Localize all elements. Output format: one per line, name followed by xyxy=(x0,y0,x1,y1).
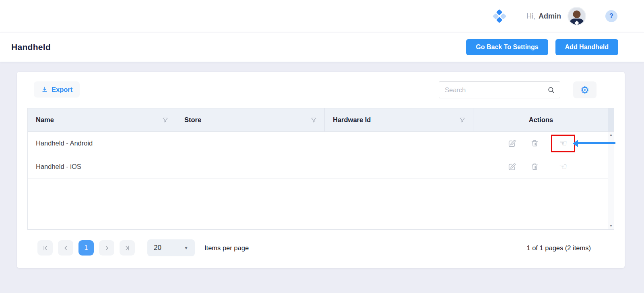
annotation-arrow xyxy=(578,142,615,144)
add-handheld-button[interactable]: Add Handheld xyxy=(555,39,618,55)
next-page-button[interactable] xyxy=(99,240,114,256)
topbar: Hi, Admin ? xyxy=(0,0,644,32)
table-toolbar: Export ⚙ xyxy=(17,72,625,108)
avatar[interactable] xyxy=(568,7,586,25)
column-label: Name xyxy=(36,116,54,124)
previous-page-button[interactable] xyxy=(58,240,73,256)
assign-hand-icon[interactable]: ☜ xyxy=(557,137,569,150)
column-label: Store xyxy=(184,116,201,124)
vertical-scrollbar[interactable]: ▲ ▼ xyxy=(608,132,614,229)
chevron-down-icon: ▼ xyxy=(184,245,188,250)
search-input[interactable] xyxy=(445,86,547,94)
delete-icon[interactable] xyxy=(528,137,541,150)
table-row: Handheld - Android xyxy=(28,132,608,155)
table-row: Handheld - iOS xyxy=(28,155,608,179)
filter-icon[interactable] xyxy=(310,116,317,123)
go-back-to-settings-button[interactable]: Go Back To Settings xyxy=(466,39,548,55)
apps-icon[interactable] xyxy=(493,10,506,22)
column-header-store: Store xyxy=(176,108,325,131)
content-card: Export ⚙ Name xyxy=(17,72,625,268)
download-icon xyxy=(41,86,48,93)
username: Admin xyxy=(539,12,561,20)
name-cell: Handheld - Android xyxy=(28,139,176,147)
page-title: Handheld xyxy=(11,42,51,52)
page-size-dropdown[interactable]: 20 ▼ xyxy=(147,239,195,256)
column-header-actions: Actions xyxy=(473,108,608,131)
search-box xyxy=(439,81,560,98)
column-header-hardware-id: Hardware Id xyxy=(325,108,473,131)
items-per-page-label: Items per page xyxy=(204,244,249,252)
first-page-button[interactable] xyxy=(37,240,53,256)
page-size-value: 20 xyxy=(154,244,161,252)
page-summary: 1 of 1 pages (2 items) xyxy=(526,244,591,252)
column-label: Actions xyxy=(529,116,553,124)
export-label: Export xyxy=(52,86,72,94)
column-label: Hardware Id xyxy=(333,116,371,124)
column-settings-button[interactable]: ⚙ xyxy=(573,81,597,98)
greeting-prefix: Hi, xyxy=(526,12,535,20)
filter-icon[interactable] xyxy=(162,116,169,123)
scroll-up-icon[interactable]: ▲ xyxy=(609,133,613,137)
edit-icon[interactable] xyxy=(506,137,518,150)
gear-icon: ⚙ xyxy=(580,85,589,95)
help-button[interactable]: ? xyxy=(605,10,617,22)
greeting: Hi, Admin xyxy=(526,12,561,21)
handheld-table: Name Store Hardware Id xyxy=(27,108,614,230)
last-page-button[interactable] xyxy=(120,240,135,256)
assign-hand-icon[interactable]: ☜ xyxy=(557,161,569,173)
column-header-name: Name xyxy=(28,108,176,131)
page-number-button[interactable]: 1 xyxy=(78,240,94,256)
export-button[interactable]: Export xyxy=(34,81,80,98)
search-icon xyxy=(547,86,555,94)
question-mark-icon: ? xyxy=(609,12,613,20)
scrollbar-header-corner xyxy=(608,108,614,131)
delete-icon[interactable] xyxy=(528,161,541,173)
edit-icon[interactable] xyxy=(506,161,518,173)
scroll-down-icon[interactable]: ▼ xyxy=(609,224,613,228)
page-header: Handheld Go Back To Settings Add Handhel… xyxy=(0,32,644,62)
filter-icon[interactable] xyxy=(459,116,466,123)
name-cell: Handheld - iOS xyxy=(28,163,176,170)
actions-cell: ☜ xyxy=(473,158,608,176)
table-header-row: Name Store Hardware Id xyxy=(28,108,614,131)
annotation-red-box: ☜ xyxy=(551,135,575,152)
pagination-bar: 1 20 ▼ Items per page 1 of 1 pages (2 it… xyxy=(17,230,625,256)
